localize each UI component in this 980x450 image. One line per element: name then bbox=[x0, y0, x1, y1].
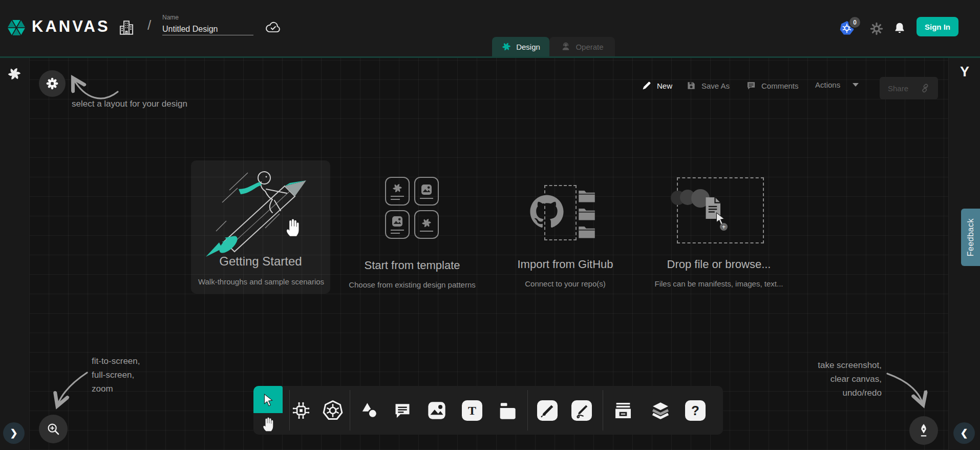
hand-cursor-icon bbox=[284, 217, 302, 237]
comment-bubble-icon bbox=[393, 401, 412, 420]
left-rail bbox=[0, 58, 30, 450]
card-github-title[interactable]: Import from GitHub bbox=[496, 258, 634, 271]
organization-icon[interactable] bbox=[118, 18, 135, 37]
expand-left-panel-button[interactable]: ❯ bbox=[3, 422, 25, 444]
tool-sketch-button[interactable] bbox=[571, 400, 592, 421]
kanvas-app: KANVAS / Name Design Operate 0 Sign In Y bbox=[0, 0, 980, 450]
card-template-illustration bbox=[385, 177, 439, 239]
pencil-doodle-icon bbox=[573, 402, 590, 419]
canvas-actions-button[interactable] bbox=[909, 416, 938, 445]
breadcrumb-separator: / bbox=[147, 17, 151, 33]
card-drop-subtitle: Files can be manifests, images, text... bbox=[642, 279, 796, 288]
tool-select-button[interactable] bbox=[253, 386, 283, 413]
feedback-tab[interactable]: Feedback bbox=[961, 209, 980, 266]
screenshot-hint-text: take screenshot, clear canvas, undo/redo bbox=[818, 358, 882, 400]
component-chip-icon bbox=[291, 401, 311, 420]
new-button[interactable]: New bbox=[642, 80, 672, 91]
notifications-bell-icon[interactable] bbox=[893, 21, 906, 35]
context-count-badge: 0 bbox=[848, 16, 861, 29]
shortcut-panel-icon[interactable]: Y bbox=[955, 64, 974, 80]
folder-icon bbox=[578, 189, 596, 203]
save-as-floppy-icon bbox=[686, 80, 696, 91]
kubernetes-wheel-icon bbox=[323, 400, 343, 421]
folder-icon bbox=[578, 207, 596, 221]
toolbar-divider bbox=[289, 390, 290, 431]
image-icon bbox=[420, 183, 433, 196]
new-label: New bbox=[657, 81, 672, 90]
pen-nib-icon bbox=[917, 423, 931, 438]
zoom-magnifier-icon bbox=[46, 421, 61, 437]
tab-operate[interactable]: Operate bbox=[549, 37, 615, 56]
share-link-icon bbox=[920, 83, 930, 93]
toolbar-divider bbox=[603, 390, 603, 431]
hand-pan-icon bbox=[261, 416, 275, 432]
card-getting-started-title: Getting Started bbox=[191, 254, 330, 269]
tool-tray-button[interactable] bbox=[613, 400, 633, 421]
plus-badge-icon: + bbox=[720, 223, 728, 231]
sign-in-button[interactable]: Sign In bbox=[917, 17, 958, 36]
sticky-note-icon bbox=[497, 400, 517, 421]
share-label: Share bbox=[888, 84, 908, 93]
tab-design[interactable]: Design bbox=[492, 37, 549, 56]
tab-operate-label: Operate bbox=[576, 43, 603, 51]
chevron-down-icon bbox=[853, 83, 859, 87]
layout-hint-text: select a layout for your design bbox=[72, 97, 187, 111]
actions-label: Actions bbox=[815, 80, 840, 89]
meshery-spiral-icon bbox=[421, 217, 432, 229]
meshery-spiral-icon[interactable] bbox=[7, 66, 22, 81]
chevron-right-icon: ❯ bbox=[10, 427, 17, 439]
design-spiral-icon bbox=[501, 42, 512, 52]
layers-icon bbox=[650, 400, 671, 421]
settings-gear-icon[interactable] bbox=[870, 22, 883, 35]
comments-label: Comments bbox=[761, 81, 799, 90]
expand-right-panel-button[interactable]: ❮ bbox=[953, 422, 975, 444]
tool-pan-button[interactable] bbox=[253, 413, 283, 435]
logo-wordmark[interactable]: KANVAS bbox=[32, 17, 110, 36]
tool-layers-button[interactable] bbox=[650, 400, 671, 421]
tool-comments-button[interactable] bbox=[392, 400, 413, 421]
tool-images-button[interactable] bbox=[427, 400, 447, 421]
zoom-hint-text: fit-to-screen, full-screen, zoom bbox=[92, 354, 140, 396]
design-canvas[interactable]: Y New Save As Comments Actions Share sel… bbox=[0, 56, 980, 450]
layout-shuffle-button[interactable] bbox=[39, 70, 66, 97]
layout-shuffle-icon bbox=[46, 77, 59, 90]
template-tile bbox=[414, 210, 439, 239]
card-drop-title[interactable]: Drop file or browse... bbox=[650, 258, 788, 271]
tool-components-button[interactable] bbox=[291, 400, 311, 421]
operate-person-icon bbox=[561, 42, 571, 52]
meshery-spiral-icon bbox=[392, 182, 403, 194]
bottom-toolbar: T ? bbox=[253, 386, 723, 435]
image-icon bbox=[427, 400, 447, 421]
tool-help-button[interactable]: ? bbox=[685, 400, 706, 421]
tool-text-button[interactable]: T bbox=[462, 400, 482, 421]
tab-design-label: Design bbox=[516, 43, 540, 51]
tool-shapes-button[interactable] bbox=[359, 400, 380, 421]
chevron-left-icon: ❮ bbox=[960, 427, 968, 439]
shapes-icon bbox=[359, 400, 380, 421]
design-name-input[interactable] bbox=[162, 24, 253, 35]
template-tile bbox=[385, 210, 410, 239]
card-template-title[interactable]: Start from template bbox=[343, 259, 481, 272]
kanvas-logo-icon[interactable] bbox=[6, 16, 27, 39]
tool-pen-button[interactable] bbox=[537, 400, 558, 421]
app-header: KANVAS / Name Design Operate 0 Sign In bbox=[0, 0, 980, 56]
share-button[interactable]: Share bbox=[880, 77, 938, 99]
rocket-doodle bbox=[204, 167, 315, 258]
zoom-controls-button[interactable] bbox=[39, 415, 68, 443]
actions-dropdown[interactable]: Actions bbox=[815, 80, 859, 89]
comments-button[interactable]: Comments bbox=[746, 80, 799, 91]
template-tile bbox=[414, 177, 439, 206]
toolbar-divider bbox=[350, 390, 350, 431]
comments-bubble-icon bbox=[746, 80, 756, 91]
tool-notes-button[interactable] bbox=[497, 400, 517, 421]
tool-kubernetes-button[interactable] bbox=[323, 400, 343, 421]
drawer-tray-icon bbox=[613, 400, 633, 421]
help-glyph: ? bbox=[691, 403, 699, 419]
card-github-subtitle: Connect to your repo(s) bbox=[488, 279, 642, 288]
toolbar-divider bbox=[527, 390, 528, 431]
github-octocat-icon[interactable] bbox=[529, 194, 564, 229]
template-tile bbox=[385, 177, 410, 206]
cloud-saved-icon bbox=[265, 21, 282, 34]
save-as-button[interactable]: Save As bbox=[686, 80, 730, 91]
folder-icon bbox=[578, 225, 596, 239]
